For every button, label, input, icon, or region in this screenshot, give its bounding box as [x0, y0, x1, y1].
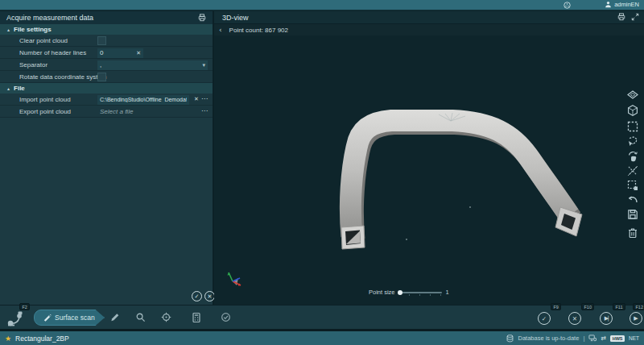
- row-clear-point-cloud: Clear point cloud: [0, 35, 213, 47]
- section-file-settings[interactable]: ▴ File settings: [0, 24, 213, 35]
- edit-pencil-icon[interactable]: [109, 312, 120, 322]
- invert-selection-icon[interactable]: [626, 179, 639, 192]
- section-title: File settings: [14, 26, 52, 33]
- row-label: Export point cloud: [19, 108, 71, 115]
- hws-badge: HWS: [610, 335, 625, 342]
- favorite-star-icon: ★: [5, 335, 11, 343]
- application-window: adminEN Acquire measurement data ▴ File …: [0, 0, 644, 345]
- search-icon[interactable]: [135, 312, 146, 322]
- f2-badge: F2: [19, 303, 30, 310]
- calculator-icon[interactable]: [192, 312, 201, 323]
- close-icon: ✕: [208, 293, 213, 300]
- cancel-f10-button[interactable]: ✕: [568, 312, 581, 325]
- collapse-icon: ▴: [7, 27, 10, 32]
- rotate-coordinate-checkbox[interactable]: [97, 73, 106, 81]
- collapse-icon: ▴: [7, 85, 10, 91]
- cube-view-icon[interactable]: [626, 104, 639, 117]
- delete-icon[interactable]: [626, 227, 639, 239]
- rectangle-select-icon[interactable]: [626, 120, 639, 133]
- browse-icon[interactable]: ⋯: [201, 95, 207, 102]
- point-size-value: 1: [446, 289, 449, 296]
- row-separator: Separator , ▾: [0, 59, 213, 71]
- database-icon: [506, 335, 514, 343]
- axes-triad: [227, 272, 241, 286]
- surface-scan-button[interactable]: Surface scan: [34, 310, 105, 326]
- export-file-field[interactable]: Select a file: [97, 107, 200, 117]
- dropdown-value: ,: [100, 61, 202, 69]
- status-bar: ★ Rectangular_2BP Database is up-to-date…: [0, 331, 644, 345]
- point-count-label: Point count: 867 902: [229, 27, 288, 34]
- row-rotate-coordinate: Rotate data coordinate system: [0, 71, 213, 83]
- deselect-icon[interactable]: [626, 164, 639, 177]
- row-header-lines: Number of header lines 0 ✕: [0, 47, 213, 59]
- clear-file-icon[interactable]: ✕: [192, 96, 199, 102]
- section-title: File: [14, 85, 25, 92]
- point-size-control: Point size 1: [369, 289, 449, 296]
- sync-icon: ⇄: [601, 335, 606, 342]
- center-target-icon[interactable]: [161, 312, 171, 322]
- play-f12-button[interactable]: ▶: [630, 312, 642, 325]
- row-label: Import point cloud: [19, 96, 71, 103]
- row-label: Clear point cloud: [19, 37, 68, 44]
- expand-view-icon[interactable]: [631, 13, 639, 21]
- f11-badge: F11: [613, 303, 625, 310]
- project-name[interactable]: Rectangular_2BP: [15, 335, 69, 343]
- app-menu-icon[interactable]: [564, 2, 571, 9]
- slider-handle[interactable]: [398, 290, 402, 295]
- tube-render: [214, 35, 644, 305]
- surface-scan-label: Surface scan: [55, 314, 95, 322]
- step-f11-button[interactable]: ▶|: [600, 312, 613, 325]
- apply-button[interactable]: ✓: [192, 291, 202, 301]
- separator-dropdown[interactable]: , ▾: [97, 60, 208, 70]
- lasso-select-icon[interactable]: [626, 135, 639, 148]
- play-step-icon: ▶|: [605, 315, 609, 322]
- view3d-header: 3D-view: [214, 11, 644, 24]
- panel-title: Acquire measurement data: [6, 14, 93, 22]
- row-label: Number of header lines: [19, 49, 86, 56]
- measuring-arm-icon[interactable]: [6, 309, 26, 326]
- section-file[interactable]: ▴ File: [0, 83, 213, 94]
- point-size-label: Point size: [369, 289, 395, 296]
- check-icon: ✓: [542, 315, 547, 322]
- header-lines-input[interactable]: 0 ✕: [97, 48, 143, 58]
- user-name: adminEN: [614, 1, 639, 8]
- workstation-icon: [588, 335, 597, 342]
- top-bar: adminEN: [0, 0, 644, 10]
- clear-point-cloud-checkbox[interactable]: [97, 36, 106, 45]
- user-menu[interactable]: adminEN: [605, 1, 639, 8]
- file-placeholder: Select a file: [100, 108, 197, 115]
- f9-badge: F9: [551, 303, 561, 310]
- panel-header: Acquire measurement data: [0, 11, 213, 24]
- point-size-slider[interactable]: [399, 292, 442, 293]
- scan-probe-icon: [43, 314, 52, 322]
- row-import-point-cloud: Import point cloud C:\BendingStudio\Offl…: [0, 94, 213, 106]
- print-icon[interactable]: [198, 14, 206, 22]
- view3d-title: 3D-view: [222, 14, 249, 22]
- validate-check-icon[interactable]: [221, 312, 231, 322]
- check-icon: ✓: [195, 293, 200, 300]
- input-value: 0: [100, 49, 134, 56]
- user-icon: [605, 1, 612, 8]
- row-label: Separator: [19, 61, 47, 69]
- database-status: Database is up-to-date: [518, 335, 579, 342]
- net-label: NET: [629, 335, 639, 341]
- view-fit-icon[interactable]: [626, 89, 639, 102]
- f12-badge: F12: [633, 303, 644, 310]
- ok-f9-button[interactable]: ✓: [538, 312, 551, 325]
- close-icon: ✕: [572, 315, 577, 322]
- browse-icon[interactable]: ⋯: [201, 107, 207, 114]
- file-path-value: C:\BendingStudio\Offline_Demodata\Demo_p…: [100, 97, 187, 102]
- back-chevron-icon[interactable]: ‹: [219, 26, 222, 34]
- rotate-select-icon[interactable]: [626, 150, 639, 163]
- point-count-bar: ‹ Point count: 867 902: [214, 24, 644, 35]
- chevron-down-icon: ▾: [202, 62, 205, 69]
- row-export-point-cloud: Export point cloud Select a file ⋯: [0, 106, 213, 118]
- f10-badge: F10: [581, 303, 594, 310]
- clear-input-icon[interactable]: ✕: [134, 50, 141, 56]
- row-label: Rotate data coordinate system: [19, 73, 107, 81]
- undo-icon[interactable]: [626, 193, 639, 206]
- save-icon[interactable]: [626, 208, 639, 221]
- import-file-field[interactable]: C:\BendingStudio\Offline_Demodata\Demo_p…: [97, 95, 189, 105]
- print-icon[interactable]: [617, 13, 625, 21]
- status-separator: |: [583, 335, 584, 342]
